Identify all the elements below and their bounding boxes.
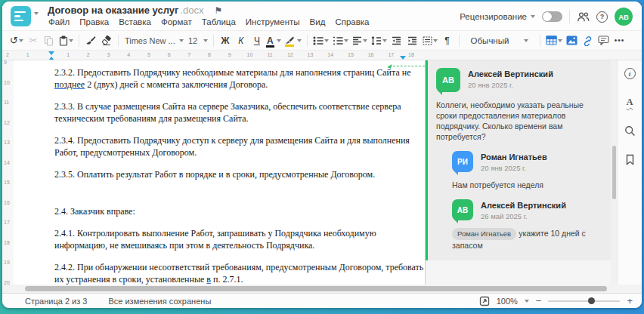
review-mode-label: Рецензирование <box>460 12 527 21</box>
line-spacing-caret-icon[interactable] <box>382 39 387 42</box>
text-line: 2.3.3. В случае размещения Сайта на серв… <box>54 100 417 112</box>
insert-image-button[interactable] <box>565 33 580 48</box>
undo-caret-icon[interactable] <box>19 39 23 42</box>
document-page[interactable]: 2.3.2. Предоставить Подрядчику необходим… <box>14 60 426 285</box>
underline-button[interactable]: Ч <box>249 33 265 48</box>
cut-button[interactable]: ✂ <box>26 33 41 48</box>
spellcheck-icon[interactable]: А <box>627 97 633 108</box>
align-button[interactable] <box>351 33 369 48</box>
numbered-list-caret-icon[interactable] <box>344 39 348 42</box>
comment-avatar: АВ <box>452 199 473 220</box>
page-indicator[interactable]: Страница 2 из 3 <box>25 297 87 306</box>
menu-edit[interactable]: Правка <box>79 17 109 26</box>
user-avatar[interactable]: АВ <box>615 8 633 26</box>
more-tools-button[interactable]: ••• <box>612 33 627 48</box>
zoom-slider-handle[interactable] <box>588 297 595 304</box>
insert-table-button[interactable] <box>544 33 564 48</box>
bullet-list-caret-icon[interactable] <box>324 39 329 42</box>
bullet-list-button[interactable] <box>311 33 330 48</box>
horizontal-scrollbar-thumb[interactable] <box>25 286 607 291</box>
review-toggle[interactable] <box>542 11 562 22</box>
horizontal-ruler[interactable]: 21123456789101112131415161718 <box>2 50 642 60</box>
first-line-indent-marker[interactable] <box>48 51 54 55</box>
zoom-out-button[interactable]: − <box>536 296 542 306</box>
help-icon[interactable]: ? <box>596 11 608 23</box>
menu-insert[interactable]: Вставка <box>119 17 151 26</box>
menu-format[interactable]: Формат <box>161 17 192 26</box>
document-info-icon[interactable]: i <box>624 68 636 79</box>
comment[interactable]: АВАлексей Вертинский20 янв 2025 г.Коллег… <box>436 68 603 142</box>
format-painter-icon[interactable] <box>83 33 98 48</box>
ruler-number: 2 <box>87 52 90 57</box>
paragraph[interactable]: 2.4. Заказчик вправе: <box>54 205 417 217</box>
fit-page-icon[interactable] <box>479 296 490 306</box>
line-spacing-button[interactable] <box>370 33 389 48</box>
comment[interactable]: АВАлексей Вертинский26 май 2025 г.Роман … <box>452 199 603 251</box>
ruler-number: 17 <box>4 220 10 225</box>
highlight-color-button[interactable] <box>283 33 303 48</box>
horizontal-scrollbar[interactable] <box>2 285 642 293</box>
text-line: информацию, не вмешиваясь при этом в дея… <box>54 239 417 251</box>
right-indent-marker[interactable] <box>400 56 406 60</box>
copy-icon[interactable] <box>42 33 57 48</box>
menu-view[interactable]: Вид <box>310 17 326 26</box>
text-line: 2.4.1. Контролировать выполнение Работ, … <box>54 227 417 239</box>
vertical-scrollbar-thumb[interactable] <box>612 146 616 199</box>
vertical-scrollbar[interactable] <box>611 60 617 285</box>
menu-file[interactable]: Файл <box>48 17 70 26</box>
highlight-caret-icon[interactable] <box>297 39 302 42</box>
logo-menu-caret-icon[interactable] <box>34 12 39 15</box>
zoom-value[interactable]: 100% <box>497 297 518 306</box>
font-size-select[interactable]: 12 <box>187 36 209 45</box>
zoom-in-button[interactable]: + <box>627 296 633 306</box>
ruler-number: 9 <box>4 60 7 65</box>
mention-badge[interactable]: Роман Игнатьев <box>452 228 516 240</box>
insert-link-button[interactable] <box>581 33 596 48</box>
zoom-caret-icon[interactable] <box>525 300 529 303</box>
numbered-list-button[interactable] <box>331 33 350 48</box>
decrease-indent-button[interactable] <box>389 33 404 48</box>
align-caret-icon[interactable] <box>363 39 367 42</box>
bookmark-icon[interactable] <box>625 154 635 165</box>
paragraph-borders-caret-icon[interactable] <box>433 39 438 42</box>
comment[interactable]: РИРоман Игнатьев20 янв 2025 г.Нам потреб… <box>452 151 603 190</box>
ruler-number: 1 <box>26 52 29 57</box>
app-logo-icon[interactable] <box>11 6 31 26</box>
favorite-flag-icon[interactable]: ⚑ <box>215 5 223 16</box>
paragraph[interactable]: 2.3.3. В случае размещения Сайта на серв… <box>54 100 417 125</box>
font-family-select[interactable]: Times New ... <box>122 36 186 45</box>
toolbar: ↺ ✂ Times New ... 12 <box>2 30 642 50</box>
bold-button[interactable]: Ж <box>218 33 233 48</box>
paragraph[interactable]: 2.3.5. Оплатить результат Работ в порядк… <box>54 168 417 180</box>
insert-table-caret-icon[interactable] <box>558 39 562 42</box>
italic-button[interactable]: К <box>234 33 249 48</box>
document-content[interactable]: 2.3.2. Предоставить Подрядчику необходим… <box>14 60 425 285</box>
zoom-slider[interactable] <box>548 300 620 302</box>
undo-button[interactable]: ↺ <box>8 33 25 48</box>
vertical-ruler[interactable]: 91011121314151617181920 <box>2 60 14 285</box>
paragraph[interactable]: 2.3.2. Предоставить Подрядчику необходим… <box>54 66 417 91</box>
comment-text: Коллеги, необходимо указать реальные сро… <box>436 100 603 142</box>
comment-button[interactable] <box>596 33 611 48</box>
paste-caret-icon[interactable] <box>69 39 73 42</box>
paragraph[interactable]: 2.4.2. При обнаружении несоответствий тр… <box>54 261 417 285</box>
paragraph[interactable]: 2.4.1. Контролировать выполнение Работ, … <box>54 227 417 251</box>
menu-help[interactable]: Справка <box>335 17 369 26</box>
ruler-number: 10 <box>246 52 252 57</box>
menu-table[interactable]: Таблица <box>202 17 236 26</box>
nonprinting-chars-button[interactable]: ¶ <box>440 33 455 48</box>
review-mode-dropdown[interactable]: Рецензирование <box>460 12 535 21</box>
font-color-button[interactable]: A <box>265 33 283 48</box>
collaborators-icon[interactable] <box>577 11 590 23</box>
increase-indent-button[interactable] <box>405 33 420 48</box>
paragraph-style-value: Обычный <box>471 36 509 45</box>
search-icon[interactable] <box>624 125 636 137</box>
menu-tools[interactable]: Инструменты <box>246 17 300 26</box>
comment-thread[interactable]: АВАлексей Вертинский20 янв 2025 г.Коллег… <box>426 60 611 260</box>
font-color-caret-icon[interactable] <box>277 39 281 42</box>
paragraph-style-select[interactable]: Обычный <box>466 36 533 45</box>
paragraph-borders-button[interactable] <box>421 33 439 48</box>
paste-icon[interactable] <box>57 33 75 48</box>
paragraph[interactable]: 2.3.4. Предоставить Подрядчику доступ к … <box>54 134 417 159</box>
clear-style-icon[interactable] <box>99 33 114 48</box>
